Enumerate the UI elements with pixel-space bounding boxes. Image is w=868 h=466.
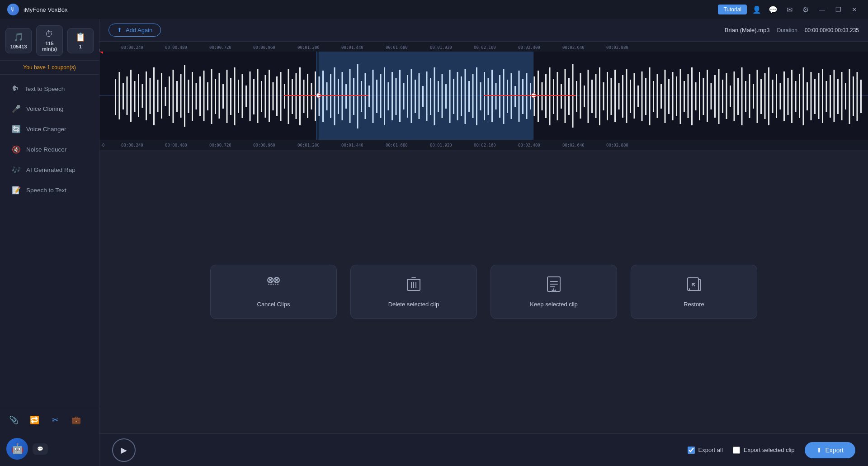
svg-rect-20 xyxy=(119,72,120,119)
export-all-checkbox-group[interactable]: Export all xyxy=(688,447,723,454)
svg-rect-212 xyxy=(857,72,858,121)
svg-rect-200 xyxy=(811,72,812,120)
cancel-clips-card[interactable]: Cancel Clips xyxy=(210,265,337,319)
delete-selected-card[interactable]: Delete selected clip xyxy=(350,265,477,319)
tutorial-button[interactable]: Tutorial xyxy=(718,5,747,14)
svg-rect-85 xyxy=(368,86,370,107)
user-icon-button[interactable]: 👤 xyxy=(750,3,763,16)
svg-rect-204 xyxy=(826,81,827,112)
sidebar-item-noise-reducer[interactable]: 🔇 Noise Reducer xyxy=(4,140,95,159)
title-bar-left: 🎙 iMyFone VoxBox xyxy=(7,4,68,15)
keep-selected-card[interactable]: Keep selected clip xyxy=(491,265,617,319)
svg-rect-174 xyxy=(711,83,712,109)
svg-rect-211 xyxy=(853,76,854,116)
export-button[interactable]: ⬆ Export xyxy=(805,442,855,458)
svg-rect-46 xyxy=(219,73,220,119)
noise-reducer-icon: 🔇 xyxy=(12,145,21,154)
play-icon: ▶ xyxy=(121,445,127,455)
svg-rect-66 xyxy=(296,73,297,119)
svg-rect-96 xyxy=(411,69,412,123)
svg-rect-109 xyxy=(461,76,462,116)
sidebar-item-text-to-speech[interactable]: 🗣 Text to Speech xyxy=(4,79,95,98)
svg-rect-208 xyxy=(841,72,843,120)
play-button[interactable]: ▶ xyxy=(112,438,136,462)
sidebar-item-speech-to-text[interactable]: 📝 Speech to Text xyxy=(4,181,95,200)
svg-rect-206 xyxy=(834,70,835,122)
export-selected-checkbox-group[interactable]: Export selected clip xyxy=(733,447,795,454)
svg-rect-83 xyxy=(361,81,362,112)
svg-rect-114 xyxy=(480,82,481,110)
sidebar-item-voice-changer[interactable]: 🔄 Voice Changer xyxy=(4,119,95,139)
svg-rect-139 xyxy=(576,81,577,112)
svg-rect-169 xyxy=(691,67,693,125)
svg-text:00:00.480: 00:00.480 xyxy=(165,45,187,50)
main-layout: 🎵 105413 ⏱ 115 min(s) 📋 1 You have 1 cou… xyxy=(0,19,868,466)
svg-rect-64 xyxy=(288,69,289,124)
svg-rect-163 xyxy=(668,79,670,114)
svg-rect-121 xyxy=(507,80,508,113)
add-again-button[interactable]: ⬆ Add Again xyxy=(108,24,161,37)
settings-icon-button[interactable]: ⚙ xyxy=(799,3,812,16)
content-header: ⬆ Add Again Brian (Male).mp3 Duration 00… xyxy=(99,19,868,42)
minimize-button[interactable]: — xyxy=(816,3,828,16)
svg-rect-140 xyxy=(580,73,581,119)
items-stat-button[interactable]: 📋 1 xyxy=(67,28,94,53)
restore-card[interactable]: Restore xyxy=(631,265,757,319)
svg-rect-23 xyxy=(130,70,132,122)
app-title: iMyFone VoxBox xyxy=(24,6,68,13)
svg-rect-161 xyxy=(660,84,662,109)
svg-rect-60 xyxy=(273,82,274,110)
svg-rect-93 xyxy=(399,70,401,122)
waveform-canvas[interactable] xyxy=(99,52,868,140)
attachment-tool-button[interactable]: 📎 xyxy=(5,412,22,428)
svg-rect-32 xyxy=(165,87,166,106)
svg-rect-120 xyxy=(503,69,505,124)
sidebar-item-ai-rap[interactable]: 🎶 AI Generated Rap xyxy=(4,160,95,180)
minutes-stat-button[interactable]: ⏱ 115 min(s) xyxy=(36,25,62,56)
export-all-checkbox[interactable] xyxy=(688,447,695,454)
svg-text:00:00.720: 00:00.720 xyxy=(209,143,231,147)
cancel-clips-label: Cancel Clips xyxy=(257,301,290,308)
svg-rect-162 xyxy=(665,70,666,123)
briefcase-tool-button[interactable]: 💼 xyxy=(68,412,84,428)
delete-selected-icon xyxy=(406,276,421,295)
svg-rect-79 xyxy=(345,84,347,109)
svg-rect-89 xyxy=(384,67,385,125)
svg-rect-59 xyxy=(269,70,270,122)
restore-icon xyxy=(686,276,702,295)
loop-tool-button[interactable]: 🔁 xyxy=(26,412,42,428)
svg-rect-106 xyxy=(449,70,451,123)
svg-rect-70 xyxy=(311,83,312,109)
svg-rect-39 xyxy=(192,72,193,121)
svg-rect-31 xyxy=(161,73,162,119)
svg-text:00:00.240: 00:00.240 xyxy=(121,143,143,147)
svg-rect-157 xyxy=(645,78,646,115)
bot-speech-bubble: 💬 xyxy=(33,443,48,455)
svg-rect-33 xyxy=(169,76,170,116)
svg-rect-189 xyxy=(768,67,769,125)
svg-rect-135 xyxy=(561,84,562,109)
mail-icon-button[interactable]: ✉ xyxy=(783,3,796,16)
svg-rect-184 xyxy=(749,74,750,118)
svg-rect-144 xyxy=(595,74,597,118)
svg-rect-24 xyxy=(134,81,136,112)
svg-rect-26 xyxy=(142,84,143,108)
close-button[interactable]: ✕ xyxy=(848,3,861,16)
svg-rect-153 xyxy=(630,80,631,113)
cut-tool-button[interactable]: ✂ xyxy=(47,412,63,428)
export-selected-checkbox[interactable] xyxy=(733,447,740,454)
maximize-button[interactable]: ❐ xyxy=(832,3,844,16)
svg-rect-149 xyxy=(614,70,616,122)
svg-rect-192 xyxy=(780,83,781,109)
discord-icon-button[interactable]: 💬 xyxy=(767,3,779,16)
sidebar-item-voice-cloning[interactable]: 🎤 Voice Cloning xyxy=(4,99,95,119)
svg-rect-115 xyxy=(484,72,485,120)
waveform-container[interactable]: 00:00.240 00:00.480 00:00.720 00:00.960 … xyxy=(99,42,868,150)
svg-rect-119 xyxy=(499,75,500,118)
svg-text:00:01.200: 00:01.200 xyxy=(297,143,320,147)
svg-rect-183 xyxy=(745,81,746,112)
svg-rect-63 xyxy=(284,84,285,109)
chars-icon: 🎵 xyxy=(14,32,24,42)
svg-rect-146 xyxy=(603,82,604,110)
chars-stat-button[interactable]: 🎵 105413 xyxy=(5,28,32,53)
